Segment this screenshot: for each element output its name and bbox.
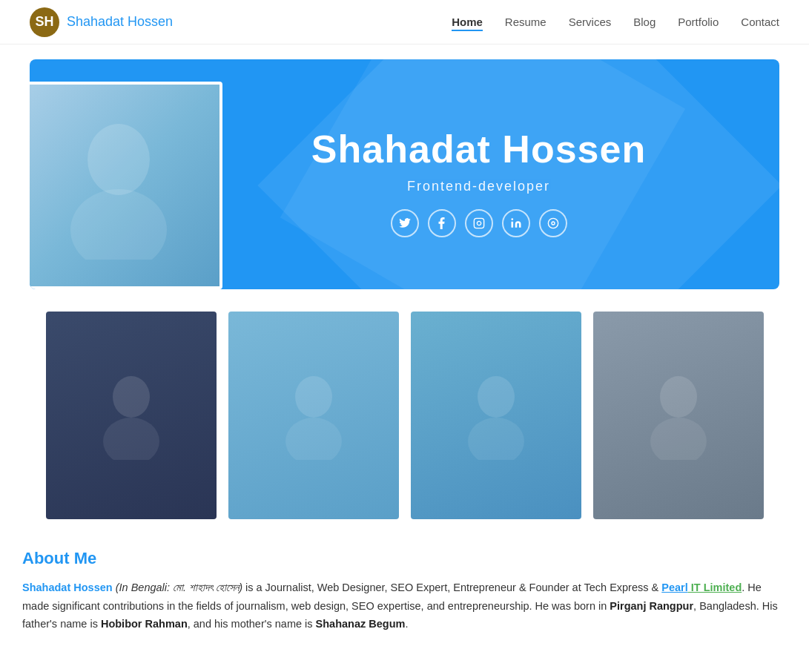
about-name-link[interactable]: Shahadat Hossen (22, 582, 113, 593)
svg-point-7 (113, 376, 150, 418)
nav-links: HomeResumeServicesBlogPortfolioContact (452, 16, 779, 29)
birthplace: Pirganj Rangpur (610, 600, 693, 612)
gallery-placeholder-2 (228, 312, 399, 519)
svg-point-8 (103, 418, 159, 460)
logo-initials: SH (35, 14, 53, 30)
svg-point-10 (285, 418, 342, 460)
nav-link-services[interactable]: Services (569, 16, 612, 28)
logo-icon: SH (30, 7, 59, 37)
social-icon-linkedin[interactable] (502, 209, 530, 237)
gallery-item-2 (228, 312, 399, 519)
hero-wrapper: Shahadat Hossen Frontend-developer (0, 45, 809, 289)
hero-title: Frontend-developer (222, 179, 735, 194)
father-name: Hobibor Rahman (101, 618, 188, 630)
nav-link-home[interactable]: Home (452, 16, 483, 31)
svg-point-0 (87, 124, 150, 195)
gallery-item-4 (593, 312, 764, 519)
svg-point-6 (552, 222, 555, 225)
social-icon-instagram[interactable] (465, 209, 493, 237)
bengali-text: (In Bengali: মো. শাহাদৎ হোসেন) (116, 582, 242, 593)
hero-section: Shahadat Hossen Frontend-developer (30, 59, 779, 289)
it-limited-link[interactable]: IT Limited (688, 582, 742, 593)
about-desc-5: . (405, 618, 408, 630)
social-icons (222, 209, 735, 237)
about-text: Shahadat Hossen (In Bengali: মো. শাহাদৎ … (22, 579, 787, 633)
svg-point-13 (660, 376, 697, 418)
svg-point-1 (70, 189, 167, 260)
about-section: About Me Shahadat Hossen (In Bengali: মো… (0, 541, 809, 656)
nav-logo[interactable]: SH Shahadat Hossen (30, 7, 173, 37)
svg-point-5 (548, 218, 558, 228)
gallery-placeholder-1 (46, 312, 217, 519)
pearl-link[interactable]: Pearl (661, 582, 687, 593)
nav-link-portfolio[interactable]: Portfolio (678, 16, 719, 28)
gallery-item-1 (46, 312, 217, 519)
hero-photo (30, 82, 222, 289)
social-icon-facebook[interactable] (428, 209, 456, 237)
nav-link-blog[interactable]: Blog (633, 16, 656, 28)
hero-content: Shahadat Hossen Frontend-developer (222, 112, 735, 237)
svg-point-12 (468, 418, 524, 460)
gallery-item-3 (411, 312, 581, 519)
hero-name: Shahadat Hossen (222, 127, 735, 171)
svg-point-9 (295, 376, 332, 418)
svg-point-11 (478, 376, 515, 418)
svg-rect-2 (474, 218, 483, 228)
about-desc-1: is a Journalist, Web Designer, SEO Exper… (242, 582, 661, 593)
nav-link-resume[interactable]: Resume (505, 16, 547, 28)
nav-link-contact[interactable]: Contact (741, 16, 779, 28)
gallery-placeholder-3 (411, 312, 581, 519)
social-icon-twitter[interactable] (391, 209, 419, 237)
mother-name: Shahanaz Begum (316, 618, 406, 630)
navbar: SH Shahadat Hossen HomeResumeServicesBlo… (0, 0, 809, 45)
brand-name: Shahadat Hossen (67, 14, 173, 30)
gallery-placeholder-4 (593, 312, 764, 519)
svg-point-4 (511, 218, 513, 220)
svg-point-14 (650, 418, 707, 460)
photo-gallery (0, 289, 809, 541)
about-desc-4: , and his mother's name is (188, 618, 316, 630)
social-icon-other[interactable] (539, 209, 567, 237)
about-heading: About Me (22, 549, 787, 568)
hero-photo-placeholder (30, 85, 219, 286)
